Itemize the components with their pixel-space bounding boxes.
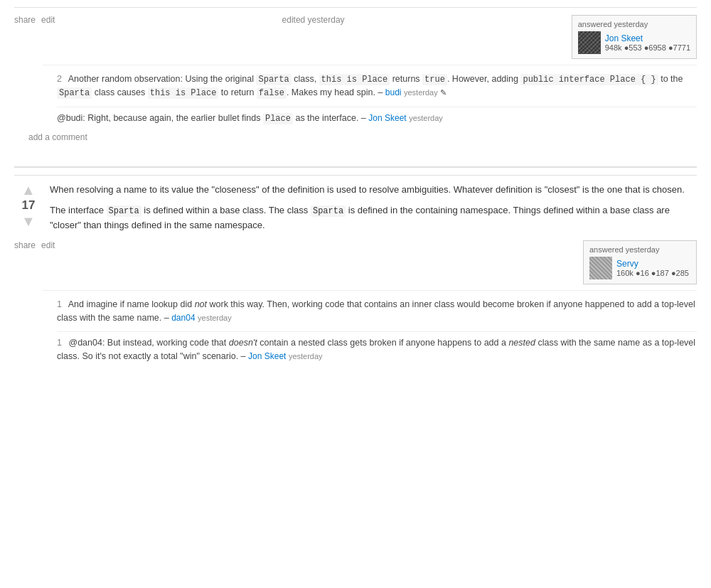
user-rep-1: 948k ●553 ●6958 ●7771 bbox=[605, 43, 690, 52]
user-name-2[interactable]: Servy bbox=[616, 259, 689, 269]
answered-time-2: answered yesterday bbox=[589, 245, 690, 254]
user-rep-2: 160k ●16 ●187 ●285 bbox=[616, 269, 689, 277]
comment-time-2: yesterday bbox=[409, 114, 443, 122]
avatar-1 bbox=[578, 31, 601, 54]
answer2-meta: share edit answered yesterday Servy 160k… bbox=[14, 240, 697, 284]
code-this-is-place-2: this is Place bbox=[148, 87, 219, 99]
code-sparta-2: Sparta bbox=[57, 87, 92, 99]
answer-2: ▲ 17 ▼ When resolving a name to its valu… bbox=[14, 175, 697, 378]
comment-text-4: @dan04: But instead, working code that d… bbox=[57, 338, 695, 361]
code-sparta-class: Sparta bbox=[311, 205, 346, 217]
edited-info-1: edited yesterday bbox=[282, 15, 345, 25]
user-card-1: answered yesterday Jon Skeet 948k ●553 ●… bbox=[572, 15, 697, 59]
doesnt-italic: doesn't bbox=[229, 338, 257, 348]
answer2-p1: When resolving a name to its value the "… bbox=[50, 183, 697, 198]
comment-2: @budi: Right, because again, the earlier… bbox=[57, 107, 697, 129]
not-italic: not bbox=[195, 299, 207, 309]
edit-link-1[interactable]: edit bbox=[41, 15, 55, 25]
avatar-2 bbox=[589, 257, 612, 279]
comment-time-1: yesterday bbox=[404, 88, 438, 97]
vote-count-2: 17 bbox=[22, 198, 36, 213]
comment-text-2: @budi: Right, because again, the earlier… bbox=[57, 113, 443, 123]
comment-time-4: yesterday bbox=[289, 352, 323, 360]
answer2-body-row: ▲ 17 ▼ When resolving a name to its valu… bbox=[14, 183, 697, 233]
share-link-1[interactable]: share bbox=[14, 15, 36, 25]
user-info-2: Servy 160k ●16 ●187 ●285 bbox=[589, 257, 690, 279]
share-link-2[interactable]: share bbox=[14, 240, 36, 250]
user-info-1: Jon Skeet 948k ●553 ●6958 ●7771 bbox=[578, 31, 690, 54]
user-details-1: Jon Skeet 948k ●553 ●6958 ●7771 bbox=[605, 33, 690, 52]
comments-section-1: 2 Another random observation: Using the … bbox=[43, 65, 697, 129]
downvote-button-2[interactable]: ▼ bbox=[21, 214, 36, 228]
answer2-links: share edit bbox=[14, 240, 55, 250]
code-place-inline: Place bbox=[263, 113, 293, 124]
edit-pencil-icon[interactable]: ✎ bbox=[440, 88, 447, 97]
comment-author-2[interactable]: Jon Skeet bbox=[368, 113, 406, 123]
code-sparta-1: Sparta bbox=[256, 74, 291, 85]
comment-3: 1 And imagine if name lookup did not wor… bbox=[57, 294, 697, 329]
code-interface: public interface Place { } bbox=[520, 74, 658, 85]
vote-section-2: ▲ 17 ▼ bbox=[14, 183, 43, 228]
comment-time-3: yesterday bbox=[198, 314, 232, 322]
answered-time-1: answered yesterday bbox=[578, 20, 690, 28]
nested-italic: nested bbox=[508, 338, 535, 348]
code-this-is-place-1: this is Place bbox=[319, 74, 390, 85]
code-false: false bbox=[257, 87, 287, 99]
edit-link-2[interactable]: edit bbox=[41, 240, 55, 250]
comment-author-1[interactable]: budi bbox=[385, 87, 402, 97]
comment-1: 2 Another random observation: Using the … bbox=[57, 68, 697, 104]
comment-author-4[interactable]: Jon Skeet bbox=[248, 351, 286, 361]
add-comment-1[interactable]: add a comment bbox=[28, 132, 697, 142]
answer2-p2: The interface Sparta is defined within a… bbox=[50, 203, 697, 233]
upvote-button-2[interactable]: ▲ bbox=[21, 183, 36, 197]
comment-number-4: 1 bbox=[57, 338, 62, 348]
comment-4: 1 @dan04: But instead, working code that… bbox=[57, 331, 697, 368]
comment-number-3: 1 bbox=[57, 299, 62, 309]
comment-number-1: 2 bbox=[57, 74, 62, 84]
user-name-1[interactable]: Jon Skeet bbox=[605, 33, 690, 43]
answer2-divider bbox=[14, 166, 697, 168]
comment-author-3[interactable]: dan04 bbox=[171, 313, 195, 323]
user-card-2: answered yesterday Servy 160k ●16 ●187 ●… bbox=[583, 240, 697, 284]
code-true: true bbox=[422, 74, 447, 85]
comment-text-1: Another random observation: Using the or… bbox=[57, 74, 683, 97]
code-sparta-iface: Sparta bbox=[107, 205, 141, 217]
comment-text-3: And imagine if name lookup did not work … bbox=[57, 299, 695, 323]
user-details-2: Servy 160k ●16 ●187 ●285 bbox=[616, 259, 689, 277]
comments-section-2: 1 And imagine if name lookup did not wor… bbox=[43, 290, 697, 368]
answer2-content: When resolving a name to its value the "… bbox=[50, 183, 697, 233]
answer1-links: share edit bbox=[14, 15, 55, 25]
